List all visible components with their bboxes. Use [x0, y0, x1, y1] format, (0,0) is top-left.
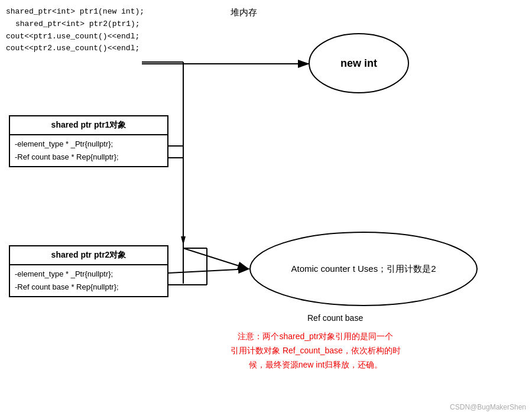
- diagram-container: shared_ptr<int> ptr1(new int); shared_pt…: [0, 0, 532, 416]
- note-line3: 候，最终资源new int归释放，还确。: [231, 358, 401, 372]
- ptr1-fields: -element_type * _Ptr{nullptr}; -Ref coun…: [10, 135, 167, 166]
- watermark: CSDN@BugMakerShen: [450, 403, 526, 411]
- new-int-ellipse: new int: [307, 32, 411, 95]
- ptr1-field1: -element_type * _Ptr{nullptr};: [15, 138, 163, 151]
- note-text: 注意：两个shared_ptr对象引用的是同一个 引用计数对象 Ref_coun…: [231, 330, 401, 372]
- code-line1: shared_ptr<int> ptr1(new int);: [6, 6, 144, 18]
- svg-line-8: [183, 248, 248, 269]
- ptr1-field2: -Ref count base * Rep{nullptr};: [15, 151, 163, 164]
- atomic-ellipse: Atomic counter t Uses；引用计数是2: [248, 230, 479, 307]
- note-line1: 注意：两个shared_ptr对象引用的是同一个: [231, 330, 401, 344]
- svg-line-9: [168, 269, 249, 273]
- code-line2: shared_ptr<int> ptr2(ptr1);: [6, 18, 144, 31]
- code-block: shared_ptr<int> ptr1(new int); shared_pt…: [6, 6, 144, 55]
- ptr1-box: shared ptr ptr1对象 -element_type * _Ptr{n…: [9, 115, 168, 167]
- code-line3: cout<<ptr1.use_count()<<endl;: [6, 31, 144, 43]
- ref-count-base-label: Ref count base: [307, 313, 363, 323]
- heap-label: 堆内存: [231, 7, 257, 18]
- ptr2-box: shared ptr ptr2对象 -element_type * _Ptr{n…: [9, 245, 168, 297]
- svg-text:new int: new int: [340, 57, 377, 69]
- code-line4: cout<<ptr2.use_count()<<endl;: [6, 43, 144, 55]
- ptr2-field2: -Ref count base * Rep{nullptr};: [15, 281, 163, 294]
- svg-text:Atomic counter t  Uses；引用计数是2: Atomic counter t Uses；引用计数是2: [291, 264, 436, 274]
- ptr2-title: shared ptr ptr2对象: [10, 246, 167, 265]
- svg-marker-15: [181, 236, 186, 245]
- ptr2-field1: -element_type * _Ptr{nullptr};: [15, 268, 163, 281]
- ptr1-title: shared ptr ptr1对象: [10, 116, 167, 135]
- note-line2: 引用计数对象 Ref_count_base，依次析构的时: [231, 344, 401, 358]
- ptr2-fields: -element_type * _Ptr{nullptr}; -Ref coun…: [10, 265, 167, 296]
